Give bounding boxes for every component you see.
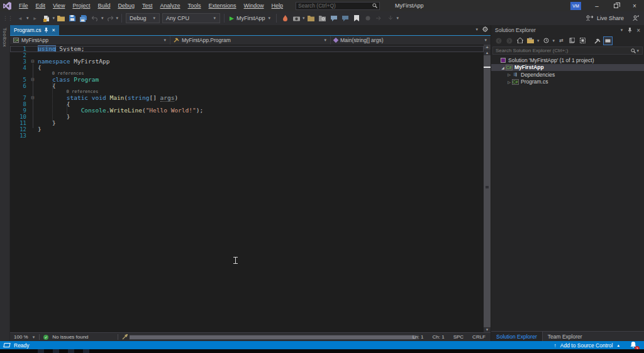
panel-tab-team-explorer[interactable]: Team Explorer <box>543 332 587 342</box>
encoding-indicator[interactable]: SPC <box>453 334 464 340</box>
solution-configuration-dropdown[interactable]: Debug ▾ <box>126 13 160 23</box>
start-dropdown[interactable]: ▾ <box>269 16 271 21</box>
code-editor[interactable]: 1using System;23⊟namespace MyFirstApp4{0… <box>10 45 484 332</box>
code-line-9[interactable]: 9 Console.WriteLine("Hello World!"); <box>10 107 484 114</box>
redo-dropdown[interactable]: ▾ <box>116 16 119 21</box>
code-cleanup-icon[interactable] <box>122 334 128 340</box>
tree-item-dependencies[interactable]: ▷⇶Dependencies <box>491 71 644 79</box>
user-avatar[interactable]: VM <box>570 2 581 10</box>
step-into-icon[interactable] <box>386 13 396 23</box>
show-all-files-icon[interactable] <box>578 36 587 45</box>
code-line-4[interactable]: 4{ <box>10 65 484 71</box>
scrollbar-track[interactable] <box>484 55 491 327</box>
undo-icon[interactable] <box>90 13 100 23</box>
window-position-dropdown[interactable]: ▾ <box>621 28 623 33</box>
live-share-label[interactable]: Live Share <box>597 15 624 21</box>
performance-snapshot-icon[interactable] <box>291 13 301 23</box>
menu-test[interactable]: Test <box>138 0 157 11</box>
switch-views-icon[interactable] <box>526 36 535 45</box>
menu-help[interactable]: Help <box>268 0 287 11</box>
expander-expanded[interactable]: ◢ <box>500 65 506 70</box>
restore-button[interactable] <box>606 0 625 11</box>
window-options-gear-icon[interactable] <box>482 26 488 32</box>
refresh-icon[interactable] <box>567 36 577 45</box>
line-indicator[interactable]: Ln: 1 <box>413 334 424 340</box>
find-in-files-icon[interactable] <box>306 13 316 23</box>
code-line-7[interactable]: 7⊟ static void Main(string[] args) <box>10 95 484 101</box>
save-all-icon[interactable] <box>79 13 89 23</box>
menu-view[interactable]: View <box>49 0 69 11</box>
code-line-5[interactable]: 5⊟ class Program <box>10 77 484 83</box>
tree-item-program-cs[interactable]: ▷C#Program.cs <box>491 79 644 86</box>
new-file-icon[interactable] <box>42 13 52 23</box>
notifications-button[interactable]: 3 <box>630 342 636 349</box>
find-all-references-icon[interactable] <box>318 13 328 23</box>
expander-collapsed[interactable]: ▷ <box>506 72 512 77</box>
step-over-icon[interactable] <box>374 13 384 23</box>
toolbar-grip[interactable]: ⋮⋮ <box>3 15 13 21</box>
pending-changes-filter-icon[interactable] <box>541 36 551 45</box>
menu-extensions[interactable]: Extensions <box>205 0 240 11</box>
code-line-13[interactable]: 13 <box>10 133 484 139</box>
sync-with-active-document-icon[interactable]: ⇄ <box>557 36 566 45</box>
code-line-1[interactable]: 1using System; <box>10 46 484 52</box>
breadcrumb-type-dropdown[interactable]: MyFirstApp.Program ▾ <box>170 36 331 45</box>
snapshot-dropdown[interactable]: ▾ <box>303 16 305 21</box>
menu-tools[interactable]: Tools <box>184 0 205 11</box>
start-debugging-button[interactable]: ▶ MyFirstApp ▾ <box>227 15 274 21</box>
scrollbar-thumb[interactable] <box>130 335 416 339</box>
minimize-button[interactable]: – <box>587 0 606 11</box>
code-line-3[interactable]: 3⊟namespace MyFirstApp <box>10 58 484 65</box>
forward-icon[interactable] <box>504 36 514 45</box>
menu-file[interactable]: File <box>15 0 32 11</box>
quick-search-box[interactable]: Search (Ctrl+Q) <box>296 2 380 10</box>
uncomment-icon[interactable] <box>340 13 350 23</box>
split-window-handle[interactable]: + <box>484 45 491 50</box>
zoom-dropdown-icon[interactable]: ▾ <box>33 335 35 340</box>
save-icon[interactable] <box>67 13 77 23</box>
background-tasks-icon[interactable] <box>3 343 10 347</box>
pin-icon[interactable] <box>44 28 48 33</box>
solution-platform-dropdown[interactable]: Any CPU ▾ <box>162 13 220 23</box>
tree-item-solution-myfirstapp-1-of-1-project-[interactable]: Solution 'MyFirstApp' (1 of 1 project) <box>491 57 644 64</box>
toolbox-side-tab[interactable]: Toolbox <box>0 25 10 341</box>
toolbar-overflow-dropdown[interactable]: ▾ <box>397 16 399 21</box>
switch-views-dropdown[interactable]: ▾ <box>537 38 540 43</box>
line-ending-indicator[interactable]: CRLF <box>472 334 486 340</box>
open-folder-icon[interactable] <box>56 13 66 23</box>
column-indicator[interactable]: Ch: 1 <box>433 334 445 340</box>
menu-debug[interactable]: Debug <box>114 0 138 11</box>
issues-status[interactable]: No issues found <box>52 334 88 340</box>
tab-close-icon[interactable]: × <box>52 27 55 33</box>
redo-icon[interactable] <box>105 13 115 23</box>
active-files-dropdown[interactable]: ▾ <box>475 27 478 32</box>
panel-tab-solution-explorer[interactable]: Solution Explorer <box>491 332 543 342</box>
code-line-10[interactable]: 10 } <box>10 114 484 120</box>
search-options-dropdown[interactable]: ▾ <box>636 48 639 53</box>
panel-close-icon[interactable]: × <box>636 27 640 34</box>
new-file-dropdown[interactable]: ▾ <box>53 16 55 21</box>
feedback-icon[interactable] <box>633 15 639 21</box>
solution-explorer-search-box[interactable]: Search Solution Explorer (Ctrl+;) ▾ <box>492 46 643 55</box>
source-control-dropdown[interactable]: ▴ <box>617 343 619 348</box>
navigate-forward-icon[interactable]: ▸ <box>30 13 40 23</box>
breakpoint-icon[interactable] <box>363 13 373 23</box>
menu-build[interactable]: Build <box>94 0 114 11</box>
bookmark-icon[interactable] <box>352 13 362 23</box>
breadcrumb-member-dropdown[interactable]: Main(string[] args) ▾ <box>331 36 491 45</box>
tab-program-cs[interactable]: Program.cs × <box>10 25 59 35</box>
editor-horizontal-scrollbar[interactable] <box>130 335 419 340</box>
collapse-all-icon[interactable] <box>603 36 613 45</box>
filter-dropdown[interactable]: ▾ <box>553 38 555 43</box>
menu-analyze[interactable]: Analyze <box>156 0 184 11</box>
scroll-down-arrow[interactable]: ▾ <box>486 327 489 332</box>
close-button[interactable]: × <box>625 0 644 11</box>
comment-icon[interactable] <box>329 13 339 23</box>
navigate-back-icon[interactable]: ◂ <box>15 13 25 23</box>
code-line-6[interactable]: 6 { <box>10 83 484 89</box>
expander-collapsed[interactable]: ▷ <box>506 80 512 84</box>
undo-dropdown[interactable]: ▾ <box>101 16 104 21</box>
back-icon[interactable] <box>494 36 503 45</box>
home-icon[interactable] <box>515 36 525 45</box>
menu-project[interactable]: Project <box>69 0 94 11</box>
